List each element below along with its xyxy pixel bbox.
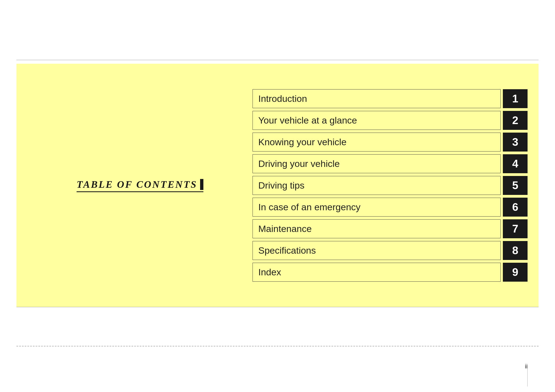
left-panel: TABLE OF CONTENTS [27,179,253,192]
toc-number-3: 3 [503,133,528,152]
toc-number-2: 2 [503,111,528,130]
toc-row[interactable]: Driving tips5 [253,176,528,195]
toc-row[interactable]: In case of an emergency6 [253,198,528,217]
toc-label-7: Maintenance [253,219,501,238]
yellow-content-box: TABLE OF CONTENTS Introduction1Your vehi… [16,64,539,307]
toc-number-6: 6 [503,198,528,217]
toc-number-8: 8 [503,241,528,260]
toc-title: TABLE OF CONTENTS [77,179,203,192]
toc-number-5: 5 [503,176,528,195]
top-divider [16,60,539,60]
toc-number-9: 9 [503,263,528,282]
toc-row[interactable]: Specifications8 [253,241,528,260]
toc-label-5: Driving tips [253,176,501,195]
toc-label-1: Introduction [253,89,501,108]
toc-title-text: TABLE OF CONTENTS [77,179,197,190]
toc-label-4: Driving your vehicle [253,154,501,173]
toc-row[interactable]: Knowing your vehicle3 [253,133,528,152]
toc-number-4: 4 [503,154,528,173]
toc-label-9: Index [253,263,501,282]
vertical-line [527,365,528,387]
toc-number-7: 7 [503,219,528,238]
toc-list: Introduction1Your vehicle at a glance2Kn… [253,89,528,282]
bottom-divider [16,307,539,307]
toc-label-2: Your vehicle at a glance [253,111,501,130]
toc-label-8: Specifications [253,241,501,260]
toc-row[interactable]: Index9 [253,263,528,282]
toc-label-3: Knowing your vehicle [253,133,501,152]
toc-number-1: 1 [503,89,528,108]
toc-row[interactable]: Introduction1 [253,89,528,108]
toc-row[interactable]: Driving your vehicle4 [253,154,528,173]
toc-label-6: In case of an emergency [253,198,501,217]
toc-row[interactable]: Your vehicle at a glance2 [253,111,528,130]
title-cursor [200,179,203,190]
footer-divider [16,346,539,346]
toc-row[interactable]: Maintenance7 [253,219,528,238]
